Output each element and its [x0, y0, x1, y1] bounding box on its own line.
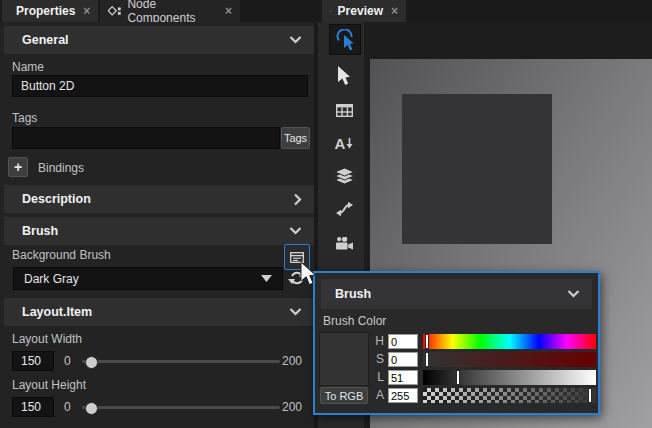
lightness-slider[interactable]: [423, 370, 596, 385]
chevron-down-icon: [289, 308, 302, 316]
grid-tool-icon[interactable]: [330, 96, 358, 124]
background-brush-label: Background Brush: [12, 248, 111, 262]
tags-button[interactable]: Tags: [281, 127, 310, 149]
app-window: Properties × Node Components × General N…: [0, 0, 652, 428]
layout-width-label: Layout Width: [12, 332, 82, 346]
layout-height-label: Layout Height: [12, 378, 86, 392]
brush-popup: Brush Brush Color H S L To RGB A: [313, 271, 600, 415]
section-layout-item[interactable]: Layout.Item: [4, 298, 314, 326]
section-title: Brush: [22, 224, 289, 238]
brush-editor-icon: [290, 252, 304, 263]
section-description[interactable]: Description: [4, 185, 314, 213]
chevron-down-icon: [289, 227, 302, 235]
section-title: Layout.Item: [22, 305, 289, 319]
layout-width-slider-thumb[interactable]: [85, 356, 98, 369]
section-title: Description: [22, 192, 294, 206]
close-icon[interactable]: ×: [83, 5, 90, 17]
layers-tool-icon[interactable]: [330, 162, 358, 190]
popup-section-brush[interactable]: Brush: [321, 279, 592, 309]
preview-button2d-node[interactable]: [402, 94, 552, 244]
select-tool-icon[interactable]: [330, 62, 358, 90]
background-brush-value: Dark Gray: [24, 272, 261, 286]
hue-slider[interactable]: [423, 334, 596, 349]
name-input[interactable]: [12, 75, 308, 97]
camera-tool-icon[interactable]: [330, 229, 358, 257]
close-icon[interactable]: ×: [391, 5, 398, 17]
layout-height-slider[interactable]: [82, 406, 280, 409]
layout-width-input[interactable]: [12, 351, 54, 371]
section-general[interactable]: General: [4, 26, 314, 54]
connections-tool-icon[interactable]: [330, 195, 358, 223]
background-brush-dropdown[interactable]: Dark Gray: [13, 267, 283, 290]
alpha-slider-marker[interactable]: [588, 388, 592, 403]
mouse-cursor-icon: [300, 262, 317, 286]
slider-min-label: 0: [64, 400, 71, 414]
tab-properties[interactable]: Properties ×: [2, 0, 98, 22]
lightness-label: L: [370, 370, 384, 385]
tags-input[interactable]: [12, 127, 280, 149]
tab-label: Preview: [338, 4, 383, 18]
play-icon: [330, 4, 332, 18]
bindings-label: Bindings: [38, 161, 84, 175]
tab-preview[interactable]: Preview ×: [322, 0, 406, 22]
hue-label: H: [370, 334, 384, 349]
section-brush[interactable]: Brush: [4, 217, 314, 245]
brush-color-label: Brush Color: [323, 314, 386, 328]
brush-color-swatch: [319, 332, 369, 386]
chevron-down-icon: [289, 36, 302, 44]
layout-height-slider-thumb[interactable]: [85, 402, 98, 415]
slider-max-label: 200: [282, 354, 308, 368]
alpha-slider[interactable]: [423, 388, 596, 403]
lightness-input[interactable]: [388, 370, 418, 385]
lightness-slider-marker[interactable]: [456, 370, 460, 385]
popup-title: Brush: [335, 287, 567, 301]
node-components-icon: [108, 6, 121, 17]
add-binding-button[interactable]: +: [8, 157, 28, 177]
saturation-input[interactable]: [388, 352, 418, 367]
layout-width-slider[interactable]: [82, 360, 280, 363]
chevron-right-icon: [294, 193, 302, 206]
tab-node-components[interactable]: Node Components ×: [100, 0, 240, 22]
chevron-down-icon: [261, 275, 272, 282]
saturation-slider-marker[interactable]: [425, 352, 429, 367]
interact-tool-icon[interactable]: [329, 24, 361, 55]
chevron-down-icon: [567, 290, 580, 298]
name-label: Name: [12, 60, 44, 74]
text-tool-icon[interactable]: A: [330, 129, 358, 157]
alpha-input[interactable]: [388, 388, 418, 403]
tags-label: Tags: [12, 111, 37, 125]
to-rgb-button[interactable]: To RGB: [320, 387, 368, 404]
slider-max-label: 200: [282, 400, 308, 414]
saturation-label: S: [370, 352, 384, 367]
slider-min-label: 0: [64, 354, 71, 368]
alpha-label: A: [370, 388, 384, 403]
hue-slider-marker[interactable]: [425, 334, 429, 349]
hue-input[interactable]: [388, 334, 418, 349]
tab-label: Properties: [16, 4, 75, 18]
layout-height-input[interactable]: [12, 397, 54, 417]
saturation-slider[interactable]: [423, 352, 596, 367]
close-icon[interactable]: ×: [225, 5, 232, 17]
section-title: General: [22, 33, 289, 47]
